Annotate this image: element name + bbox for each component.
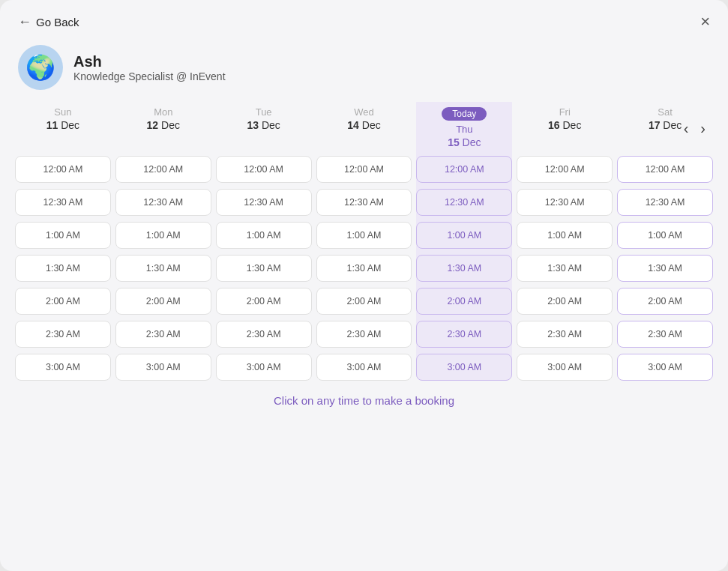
time-slot-sun-6[interactable]: 3:00 AM [15,354,111,381]
time-slot-sat-0[interactable]: 12:00 AM [617,156,713,183]
avatar-emoji: 🌍 [25,53,55,82]
day-date-tue: 13 Dec [219,119,309,131]
go-back-button[interactable]: ← Go Back [18,14,79,30]
profile-info: Ash Knowledge Specialist @ InEvent [73,53,226,82]
profile-title: Knowledge Specialist @ InEvent [73,70,226,82]
time-slot-sat-6[interactable]: 3:00 AM [617,354,713,381]
day-header-wed: Wed14 Dec [316,102,412,150]
time-slot-mon-2[interactable]: 1:00 AM [115,222,211,249]
time-slot-tue-1[interactable]: 12:30 AM [216,189,312,216]
time-slot-tue-6[interactable]: 3:00 AM [216,354,312,381]
go-back-label: Go Back [36,16,79,28]
day-name-wed: Wed [319,106,409,118]
time-slot-fri-1[interactable]: 12:30 AM [517,189,613,216]
day-date-thu: 15 Dec [419,136,509,148]
time-slot-fri-6[interactable]: 3:00 AM [517,354,613,381]
day-header-fri: Fri16 Dec [517,102,613,150]
time-slot-sun-3[interactable]: 1:30 AM [15,255,111,282]
time-slots-grid: 12:00 AM12:00 AM12:00 AM12:00 AM12:00 AM… [15,156,713,381]
time-slot-mon-5[interactable]: 2:30 AM [115,321,211,348]
day-header-sun: Sun11 Dec [15,102,111,150]
time-slot-thu-0[interactable]: 12:00 AM [416,156,512,183]
time-slot-sat-5[interactable]: 2:30 AM [617,321,713,348]
booking-modal: ← Go Back × 🌍 Ash Knowledge Specialist @… [0,0,728,571]
time-slot-sun-5[interactable]: 2:30 AM [15,321,111,348]
time-slot-fri-2[interactable]: 1:00 AM [517,222,613,249]
day-header-mon: Mon12 Dec [115,102,211,150]
time-slot-mon-6[interactable]: 3:00 AM [115,354,211,381]
day-date-sat: 17 Dec [620,119,710,131]
time-slot-sat-4[interactable]: 2:00 AM [617,288,713,315]
time-slot-thu-5[interactable]: 2:30 AM [416,321,512,348]
time-slot-fri-4[interactable]: 2:00 AM [517,288,613,315]
time-slot-thu-3[interactable]: 1:30 AM [416,255,512,282]
day-name-thu: Thu [419,124,509,135]
time-slot-mon-3[interactable]: 1:30 AM [115,255,211,282]
time-slot-tue-2[interactable]: 1:00 AM [216,222,312,249]
profile-section: 🌍 Ash Knowledge Specialist @ InEvent [0,37,728,102]
modal-header: ← Go Back × [0,0,728,37]
time-slot-fri-0[interactable]: 12:00 AM [517,156,613,183]
day-date-fri: 16 Dec [520,119,610,131]
avatar: 🌍 [18,45,63,90]
time-slot-mon-0[interactable]: 12:00 AM [115,156,211,183]
profile-name: Ash [73,53,226,70]
time-slot-fri-3[interactable]: 1:30 AM [517,255,613,282]
time-slot-tue-3[interactable]: 1:30 AM [216,255,312,282]
day-date-sun: 11 Dec [18,119,108,131]
time-slot-wed-4[interactable]: 2:00 AM [316,288,412,315]
time-slot-sat-1[interactable]: 12:30 AM [617,189,713,216]
day-name-sun: Sun [18,106,108,118]
time-slot-sun-0[interactable]: 12:00 AM [15,156,111,183]
days-header: Sun11 DecMon12 DecTue13 DecWed14 DecToda… [15,102,713,150]
time-slot-wed-0[interactable]: 12:00 AM [316,156,412,183]
day-date-mon: 12 Dec [118,119,208,131]
today-badge: Today [442,107,487,121]
time-slot-tue-0[interactable]: 12:00 AM [216,156,312,183]
back-arrow-icon: ← [18,14,31,30]
time-slot-thu-4[interactable]: 2:00 AM [416,288,512,315]
day-header-tue: Tue13 Dec [216,102,312,150]
time-slot-tue-4[interactable]: 2:00 AM [216,288,312,315]
day-name-tue: Tue [219,106,309,118]
close-icon: × [700,12,710,31]
day-name-sat: Sat [620,106,710,118]
time-slot-mon-1[interactable]: 12:30 AM [115,189,211,216]
time-slot-mon-4[interactable]: 2:00 AM [115,288,211,315]
day-name-mon: Mon [118,106,208,118]
time-slot-wed-1[interactable]: 12:30 AM [316,189,412,216]
time-slot-sun-4[interactable]: 2:00 AM [15,288,111,315]
day-header-thu: TodayThu15 Dec [416,102,512,150]
time-slot-sat-3[interactable]: 1:30 AM [617,255,713,282]
day-header-sat: Sat17 Dec [617,102,713,150]
time-slot-wed-5[interactable]: 2:30 AM [316,321,412,348]
calendar-wrapper: Sun11 DecMon12 DecTue13 DecWed14 DecToda… [15,102,713,381]
day-date-wed: 14 Dec [319,119,409,131]
time-slot-sat-2[interactable]: 1:00 AM [617,222,713,249]
time-slot-wed-6[interactable]: 3:00 AM [316,354,412,381]
time-slot-tue-5[interactable]: 2:30 AM [216,321,312,348]
day-name-fri: Fri [520,106,610,118]
time-slot-wed-3[interactable]: 1:30 AM [316,255,412,282]
time-slot-wed-2[interactable]: 1:00 AM [316,222,412,249]
booking-cta: Click on any time to make a booking [15,381,713,417]
calendar-area: Sun11 DecMon12 DecTue13 DecWed14 DecToda… [0,102,728,571]
time-slot-fri-5[interactable]: 2:30 AM [517,321,613,348]
time-slot-thu-2[interactable]: 1:00 AM [416,222,512,249]
close-button[interactable]: × [700,13,710,30]
time-slot-thu-1[interactable]: 12:30 AM [416,189,512,216]
time-slot-sun-2[interactable]: 1:00 AM [15,222,111,249]
time-slot-thu-6[interactable]: 3:00 AM [416,354,512,381]
time-slot-sun-1[interactable]: 12:30 AM [15,189,111,216]
